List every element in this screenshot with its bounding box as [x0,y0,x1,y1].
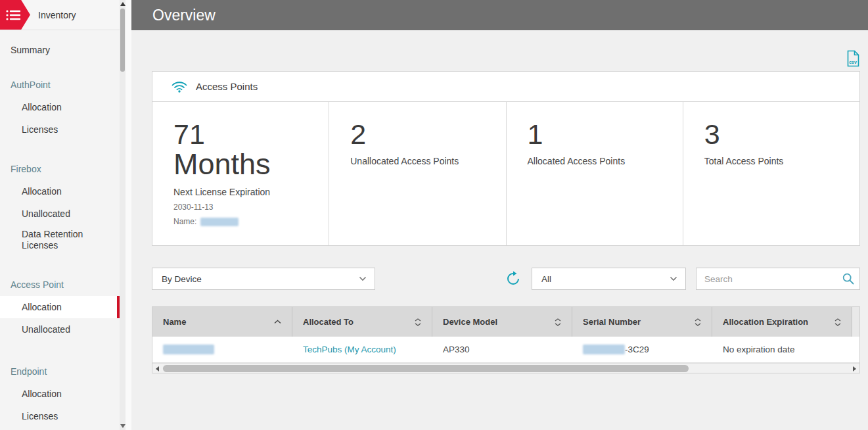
scroll-down-button[interactable] [120,422,126,430]
stat-unallocated-access-points: 2 Unallocated Access Points [329,102,505,245]
sidebar-title: Inventory [38,10,76,20]
redacted-device-name [163,345,214,354]
inventory-icon [0,0,30,30]
sort-icon [834,318,841,326]
chevron-down-icon [670,276,677,281]
column-label: Allocation Expiration [723,317,808,327]
csv-label: csv [849,60,857,64]
sidebar-item-endpoint-licenses[interactable]: Licenses [0,405,120,427]
sidebar-section-access-point: Access Point [0,274,120,296]
chevron-down-icon [359,276,367,281]
cell-serial-number: -3C29 [572,337,712,362]
column-label: Name [163,317,186,327]
group-by-select[interactable]: By Device [152,268,375,290]
serial-suffix: -3C29 [625,345,649,354]
table-header: Name Allocated To Device Model [152,307,859,337]
stat-value: 3 [704,120,853,149]
column-header-serial-number[interactable]: Serial Number [572,307,712,337]
column-label: Device Model [443,317,497,327]
sidebar-scrollbar[interactable] [120,0,126,430]
stat-label: Allocated Access Points [528,156,676,166]
scroll-up-button[interactable] [120,0,126,8]
sidebar-section-firebox: Firebox [0,158,120,180]
scroll-left-button[interactable] [152,364,162,373]
column-header-allocated-to[interactable]: Allocated To [292,307,432,337]
sort-asc-icon [274,320,281,324]
sidebar-section-endpoint: Endpoint [0,360,120,383]
sidebar-item-label: Data Retention Licenses [22,229,95,252]
card-title: Access Points [196,81,258,92]
column-header-allocation-expiration[interactable]: Allocation Expiration [712,307,852,337]
sidebar-section-authpoint: AuthPoint [0,74,120,96]
stat-label: Total Access Points [704,156,853,166]
sidebar-item-firebox-unallocated[interactable]: Unallocated [0,203,120,225]
scope-select[interactable]: All [532,268,686,290]
sort-icon [695,318,701,326]
table-row[interactable]: TechPubs (My Account) AP330 -3C29 No exp… [152,337,859,363]
stat-unit: Months [173,149,322,179]
column-header-name[interactable]: Name [152,307,292,337]
sidebar-item-firebox-data-retention-licenses[interactable]: Data Retention Licenses [0,225,120,255]
scrollbar-thumb[interactable] [120,9,125,72]
column-header-device-model[interactable]: Device Model [432,307,572,337]
table-horizontal-scrollbar[interactable] [152,363,859,373]
stat-label: Unallocated Access Points [350,156,499,166]
sidebar-item-firebox-allocation[interactable]: Allocation [0,180,120,203]
stat-value: 71 [173,120,322,149]
scope-value: All [541,274,551,284]
search-input[interactable] [696,268,860,290]
access-points-table: Name Allocated To Device Model [152,306,860,373]
main-content: csv Access Points 71 Months Next License… [131,30,868,430]
cell-allocation-expiration: No expiration date [712,337,852,362]
sidebar: Inventory Summary AuthPoint Allocation L… [0,0,131,430]
stat-value: 1 [528,120,676,149]
sidebar-gap [126,0,131,430]
refresh-button[interactable] [505,271,521,287]
sidebar-header: Inventory [0,0,120,30]
redacted-license-name [200,218,239,226]
page-title: Overview [152,7,216,24]
stat-expiration-date: 2030-11-13 [173,203,322,212]
access-points-card: Access Points 71 Months Next License Exp… [152,71,860,246]
name-label: Name: [173,217,196,226]
stat-next-license-expiration: 71 Months Next License Expiration 2030-1… [152,102,329,245]
page-header: Overview [131,0,868,30]
stat-label: Next License Expiration [173,187,322,197]
cell-name [152,337,292,362]
group-by-value: By Device [162,274,202,284]
cell-device-model: AP330 [432,337,572,362]
sort-icon [555,318,561,326]
scroll-right-button[interactable] [850,364,859,373]
sidebar-item-access-point-unallocated[interactable]: Unallocated [0,318,120,341]
stat-value: 2 [350,120,499,149]
search-icon [842,272,855,288]
stat-total-access-points: 3 Total Access Points [683,102,859,245]
sidebar-item-endpoint-allocation[interactable]: Allocation [0,383,120,405]
sidebar-item-authpoint-licenses[interactable]: Licenses [0,118,120,141]
csv-export-button[interactable]: csv [846,50,860,70]
column-label: Allocated To [303,317,354,327]
sidebar-item-authpoint-allocation[interactable]: Allocation [0,96,120,118]
stats-row: 71 Months Next License Expiration 2030-1… [152,102,859,245]
wifi-icon [171,80,188,93]
stat-license-name: Name: [173,217,322,226]
stat-allocated-access-points: 1 Allocated Access Points [506,102,683,245]
sort-icon [415,318,421,326]
search-box [696,268,860,290]
scrollbar-thumb[interactable] [163,365,689,372]
header-gutter [852,307,859,337]
column-label: Serial Number [583,317,641,327]
allocated-to-link[interactable]: TechPubs (My Account) [303,345,396,354]
card-header: Access Points [152,72,859,102]
filter-bar: By Device All [152,268,860,290]
sidebar-item-summary[interactable]: Summary [0,37,120,63]
sidebar-item-access-point-allocation[interactable]: Allocation [0,296,120,318]
redacted-serial [583,345,625,354]
cell-allocated-to: TechPubs (My Account) [292,337,432,362]
